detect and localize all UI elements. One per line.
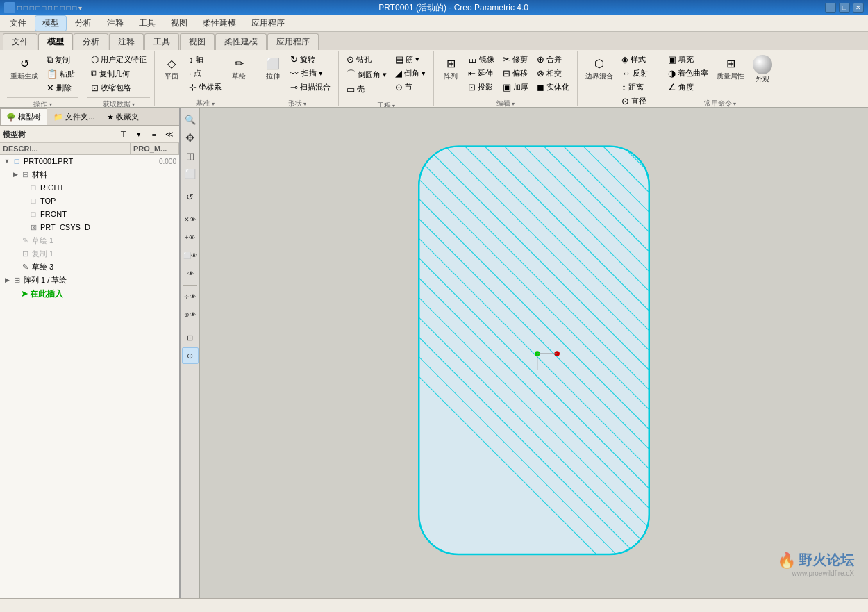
- btn-intersect[interactable]: ⊗ 相交: [533, 67, 573, 80]
- ribbon-tab-annotation[interactable]: 注释: [109, 33, 144, 50]
- btn-sweep[interactable]: 〰 扫描 ▾: [287, 67, 334, 80]
- menu-item-flexible[interactable]: 柔性建模: [196, 16, 243, 31]
- maximize-button[interactable]: □: [839, 3, 850, 13]
- ribbon-group-shape-label[interactable]: 形状: [260, 97, 334, 107]
- btn-revolve[interactable]: ↻ 旋转: [287, 53, 334, 66]
- ribbon-tab-view[interactable]: 视图: [180, 33, 215, 50]
- menu-item-analysis[interactable]: 分析: [68, 16, 99, 31]
- vp-tool-box-eye[interactable]: ⬜👁: [182, 247, 199, 264]
- btn-hole[interactable]: ⊙ 钻孔: [343, 53, 390, 66]
- vp-tool-spin[interactable]: ↺: [182, 188, 199, 205]
- btn-thicken[interactable]: ▣ 加厚: [499, 81, 532, 94]
- btn-merge[interactable]: ⊕ 合并: [533, 53, 573, 66]
- tree-item-pattern1[interactable]: ▶ ⊞ 阵列 1 / 草绘: [0, 274, 179, 287]
- btn-solidify[interactable]: ◼ 实体化: [533, 81, 573, 94]
- tree-settings-btn[interactable]: ▾: [132, 127, 146, 141]
- btn-chamfer[interactable]: ◢ 倒角 ▾: [392, 67, 429, 80]
- ribbon-group-edit-label[interactable]: 编辑: [438, 97, 573, 107]
- btn-boundary-blend[interactable]: ⬡ 边界混合: [582, 53, 617, 83]
- ribbon-tab-analysis[interactable]: 分析: [74, 33, 108, 50]
- btn-sketch[interactable]: ✏ 草绘: [226, 53, 251, 83]
- btn-pattern[interactable]: ⊞ 阵列: [438, 53, 463, 83]
- btn-delete[interactable]: ✕ 删除: [43, 81, 78, 94]
- btn-distance[interactable]: ↕ 距离: [618, 81, 656, 94]
- tree-expand-pattern1[interactable]: ▶: [3, 276, 11, 284]
- tree-expand-root[interactable]: ▼: [3, 157, 11, 165]
- btn-sweep-blend[interactable]: ⊸ 扫描混合: [287, 81, 334, 94]
- ribbon-group-engineering-label[interactable]: 工程: [343, 99, 429, 107]
- btn-plane[interactable]: ◇ 平面: [159, 53, 184, 83]
- vp-tool-section[interactable]: ⊡: [182, 329, 199, 346]
- tree-item-right[interactable]: □ RIGHT: [0, 181, 179, 195]
- vp-tool-move[interactable]: ✥: [182, 129, 199, 146]
- tree-item-front[interactable]: □ FRONT: [0, 208, 179, 221]
- btn-fill[interactable]: ▣ 填充: [665, 53, 712, 66]
- tree-item-sketch3[interactable]: ✎ 草绘 3: [0, 260, 179, 274]
- btn-copy-geom[interactable]: ⧉ 复制几何: [87, 67, 150, 81]
- btn-copy[interactable]: ⧉ 复制: [43, 53, 78, 67]
- menu-item-apps[interactable]: 应用程序: [244, 16, 292, 31]
- vp-tool-cs-eye[interactable]: ⊹👁: [182, 288, 199, 305]
- tree-expand-material[interactable]: ▶: [11, 170, 19, 179]
- btn-offset[interactable]: ⊟ 偏移: [499, 67, 532, 80]
- menu-item-model[interactable]: 模型: [35, 15, 67, 31]
- ribbon-group-actions-label[interactable]: 操作: [7, 97, 78, 107]
- minimize-button[interactable]: —: [825, 3, 836, 13]
- btn-fillet[interactable]: ⌒ 倒圆角 ▾: [343, 67, 390, 82]
- vp-tool-box[interactable]: ⬜: [182, 165, 199, 182]
- btn-angle[interactable]: ∠ 角度: [665, 81, 712, 94]
- tree-tab-favorites[interactable]: ★ 收藏夹: [101, 108, 145, 125]
- btn-point[interactable]: · 点: [185, 67, 225, 80]
- btn-project[interactable]: ⊡ 投影: [465, 81, 498, 94]
- tree-item-csys[interactable]: ⊠ PRT_CSYS_D: [0, 221, 179, 234]
- btn-regenerate[interactable]: ↺ 重新生成: [7, 53, 42, 83]
- menu-item-file[interactable]: 文件: [3, 16, 33, 31]
- vp-tool-connect[interactable]: ⊕: [182, 347, 199, 364]
- vp-tool-zoom[interactable]: 🔍: [182, 111, 199, 128]
- ribbon-tab-apps[interactable]: 应用程序: [267, 33, 319, 50]
- close-button[interactable]: ✕: [853, 3, 864, 13]
- menu-item-view[interactable]: 视图: [164, 16, 194, 31]
- ribbon-group-datum-label[interactable]: 基准: [159, 97, 251, 107]
- menu-item-tools[interactable]: 工具: [132, 16, 162, 31]
- tree-item-root[interactable]: ▼ □ PRT0001.PRT 0.000: [0, 155, 179, 168]
- ribbon-tab-model[interactable]: 模型: [38, 33, 73, 50]
- tree-item-copy1[interactable]: ⊡ 复制 1: [0, 247, 179, 260]
- tree-item-top[interactable]: □ TOP: [0, 195, 179, 208]
- btn-paste[interactable]: 📋 粘贴: [43, 67, 78, 81]
- vp-tool-plus-eye[interactable]: +👁: [182, 229, 199, 246]
- btn-style[interactable]: ◈ 样式: [618, 53, 656, 66]
- vp-tool-x-eye[interactable]: ✕👁: [182, 211, 199, 228]
- tree-cols-btn[interactable]: ≡: [147, 127, 161, 141]
- btn-udf[interactable]: ⬡ 用户定义特征: [87, 53, 150, 66]
- btn-shell[interactable]: ▭ 壳: [343, 83, 390, 96]
- btn-shade-curvature[interactable]: ◑ 着色曲率: [665, 67, 712, 80]
- tree-tab-modeltree[interactable]: 🌳 模型树: [0, 108, 47, 125]
- menu-item-annotation[interactable]: 注释: [100, 16, 131, 31]
- ribbon-tab-file[interactable]: 文件: [3, 33, 37, 50]
- ribbon-group-getdata-label[interactable]: 获取数据: [87, 97, 150, 107]
- main-viewport[interactable]: 🔥 野火论坛 www.proewildfire.cX: [200, 108, 868, 598]
- btn-mass-props[interactable]: ⊞ 质量属性: [713, 53, 748, 83]
- btn-extrude[interactable]: ⬜ 拉伸: [260, 53, 285, 83]
- btn-rib[interactable]: ▤ 筋 ▾: [392, 53, 429, 66]
- window-controls[interactable]: — □ ✕: [825, 3, 864, 13]
- tree-search-btn[interactable]: ≪: [162, 127, 176, 141]
- vp-tool-orient[interactable]: ◫: [182, 147, 199, 164]
- tree-tab-folder[interactable]: 📁 文件夹...: [47, 108, 101, 125]
- btn-trim[interactable]: ✂ 修剪: [499, 53, 532, 66]
- btn-appearance[interactable]: 外观: [749, 53, 776, 85]
- ribbon-tab-tools[interactable]: 工具: [144, 33, 179, 50]
- ribbon-group-common-label[interactable]: 常用命令: [665, 97, 776, 107]
- tree-item-material[interactable]: ▶ ⊟ 材料: [0, 168, 179, 181]
- ribbon-tab-flexible[interactable]: 柔性建模: [215, 33, 267, 50]
- btn-diameter[interactable]: ⊙ 直径: [618, 94, 656, 107]
- tree-item-sketch1[interactable]: ✎ 草绘 1: [0, 234, 179, 247]
- btn-axis[interactable]: ↕ 轴: [185, 53, 225, 66]
- btn-reflect[interactable]: ↔ 反射: [618, 67, 656, 80]
- btn-node[interactable]: ⊙ 节: [392, 81, 429, 94]
- btn-csys[interactable]: ⊹ 坐标系: [185, 81, 225, 94]
- btn-mirror[interactable]: ⧢ 镜像: [465, 53, 498, 66]
- tree-filter-btn[interactable]: ⊤: [117, 127, 131, 141]
- insert-here-marker[interactable]: ➤ 在此插入: [0, 287, 179, 301]
